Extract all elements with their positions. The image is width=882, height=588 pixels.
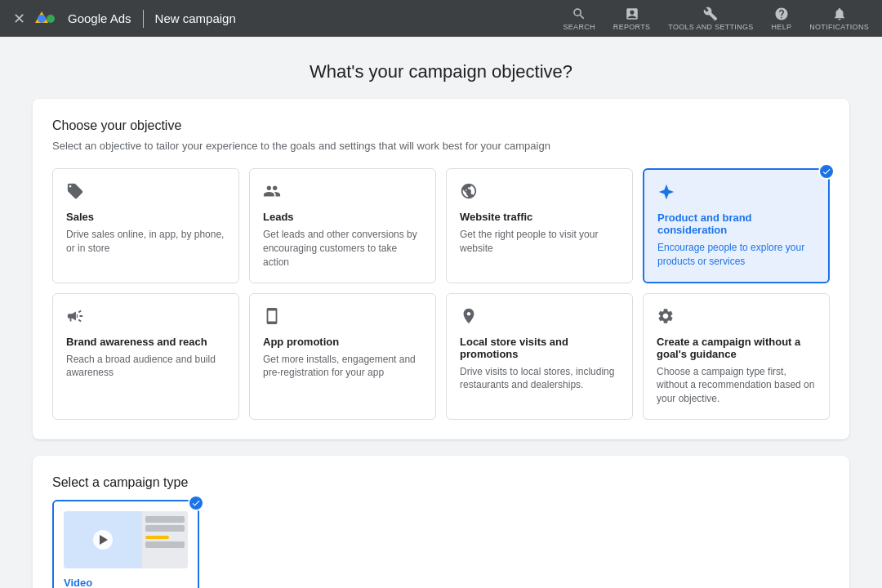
app-promo-desc: Get more installs, engagement and pre-re…	[263, 353, 422, 381]
local-store-title: Local store visits and promotions	[460, 336, 619, 360]
objective-product-brand[interactable]: Product and brand consideration Encourag…	[643, 168, 830, 283]
leads-title: Leads	[263, 211, 422, 223]
campaign-type-title: Select a campaign type	[52, 475, 830, 490]
page-title-nav: New campaign	[155, 11, 236, 25]
sparkle-icon	[657, 183, 815, 205]
local-store-desc: Drive visits to local stores, including …	[460, 365, 619, 393]
page-heading: What's your campaign objective?	[33, 61, 849, 82]
objective-card: Choose your objective Select an objectiv…	[33, 99, 849, 439]
product-brand-title: Product and brand consideration	[657, 212, 815, 236]
app-promo-title: App promotion	[263, 336, 422, 348]
search-icon	[572, 7, 586, 21]
campaign-type-grid: Video Reach and engage viewers on YouTub…	[52, 500, 830, 588]
google-ads-logo	[35, 11, 60, 26]
objective-no-guidance[interactable]: Create a campaign without a goal's guida…	[643, 293, 830, 420]
objective-website-traffic[interactable]: Website traffic Get the right people to …	[446, 168, 633, 283]
campaign-type-card: Select a campaign type	[33, 456, 849, 588]
help-icon	[774, 7, 789, 21]
nav-divider	[143, 10, 144, 28]
tools-icon	[703, 7, 718, 21]
close-button[interactable]: ✕	[13, 10, 25, 28]
search-nav-button[interactable]: SEARCH	[564, 7, 595, 31]
objective-section-title: Choose your objective	[52, 118, 830, 133]
notifications-nav-label: NOTIFICATIONS	[809, 23, 869, 31]
video-thumbnail	[64, 511, 188, 568]
brand-awareness-title: Brand awareness and reach	[66, 336, 225, 348]
bell-icon	[832, 7, 847, 21]
selected-check-badge	[818, 163, 835, 180]
product-brand-desc: Encourage people to explore your product…	[657, 241, 815, 269]
traffic-title: Website traffic	[460, 211, 619, 223]
objective-section-subtitle: Select an objective to tailor your exper…	[52, 140, 830, 152]
objectives-grid: Sales Drive sales online, in app, by pho…	[52, 168, 830, 420]
top-navigation: ✕ Google Ads New campaign SEARCH REPORTS	[0, 0, 882, 37]
objective-sales[interactable]: Sales Drive sales online, in app, by pho…	[52, 168, 239, 283]
sales-desc: Drive sales online, in app, by phone, or…	[66, 228, 225, 256]
video-type-name: Video	[64, 577, 188, 588]
objective-brand-awareness[interactable]: Brand awareness and reach Reach a broad …	[52, 293, 239, 420]
notifications-nav-button[interactable]: NOTIFICATIONS	[809, 7, 869, 31]
objective-leads[interactable]: Leads Get leads and other conversions by…	[249, 168, 436, 283]
tools-nav-button[interactable]: TOOLS AND SETTINGS	[668, 7, 753, 31]
tools-nav-label: TOOLS AND SETTINGS	[668, 23, 753, 31]
traffic-desc: Get the right people to visit your websi…	[460, 228, 619, 256]
nav-actions: SEARCH REPORTS TOOLS AND SETTINGS HELP	[564, 7, 869, 31]
video-selected-badge	[188, 495, 204, 511]
reports-nav-button[interactable]: REPORTS	[613, 7, 650, 31]
reports-nav-label: REPORTS	[613, 23, 650, 31]
objective-local-store[interactable]: Local store visits and promotions Drive …	[446, 293, 633, 420]
leads-desc: Get leads and other conversions by encou…	[263, 228, 422, 269]
reports-icon	[625, 7, 639, 21]
type-video[interactable]: Video Reach and engage viewers on YouTub…	[52, 500, 199, 588]
megaphone-icon	[66, 307, 225, 329]
sales-title: Sales	[66, 211, 225, 223]
help-nav-label: HELP	[772, 23, 792, 31]
brand-name: Google Ads	[68, 11, 131, 25]
no-guidance-title: Create a campaign without a goal's guida…	[657, 336, 816, 360]
mobile-icon	[263, 307, 422, 329]
location-icon	[460, 307, 619, 329]
gear-icon	[657, 307, 816, 329]
cursor-icon	[460, 182, 619, 204]
no-guidance-desc: Choose a campaign type first, without a …	[657, 365, 816, 406]
objective-app-promotion[interactable]: App promotion Get more installs, engagem…	[249, 293, 436, 420]
brand-awareness-desc: Reach a broad audience and build awarene…	[66, 353, 225, 381]
help-nav-button[interactable]: HELP	[772, 7, 792, 31]
people-icon	[263, 182, 422, 204]
search-nav-label: SEARCH	[564, 23, 595, 31]
tag-icon	[66, 182, 225, 204]
main-content: What's your campaign objective? Choose y…	[0, 37, 882, 588]
